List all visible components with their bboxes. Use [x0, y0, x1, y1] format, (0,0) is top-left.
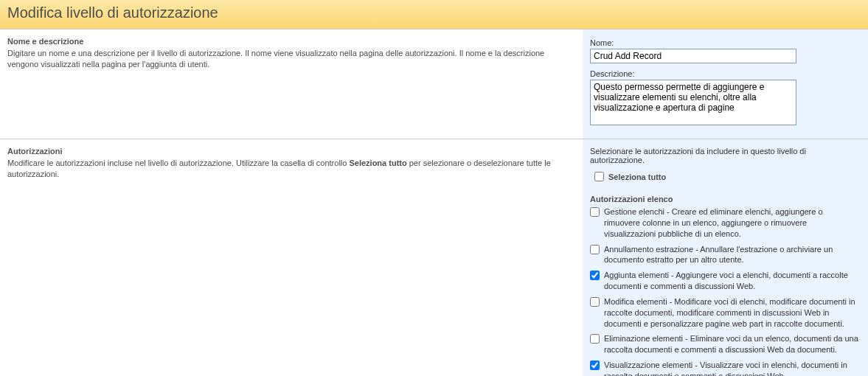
perm-item-text: Gestione elenchi - Creare ed eliminare e…	[604, 206, 859, 240]
section-right-panel: Nome: Descrizione:	[583, 29, 868, 139]
perm-intro-text: Selezionare le autorizzazioni da include…	[590, 147, 859, 164]
perm-item: Modifica elementi - Modificare voci di e…	[590, 296, 859, 330]
name-input[interactable]	[590, 49, 796, 63]
name-section-title: Nome e descrizione	[7, 37, 568, 46]
section-name-description: Nome e descrizione Digitare un nome e un…	[0, 29, 868, 139]
section-permissions: Autorizzazioni Modificare le autorizzazi…	[0, 139, 868, 376]
perm-desc-bold: Seleziona tutto	[349, 159, 406, 167]
perm-item-checkbox[interactable]	[590, 245, 600, 254]
select-all-label: Seleziona tutto	[608, 173, 666, 181]
perm-item: Gestione elenchi - Creare ed eliminare e…	[590, 206, 859, 240]
perm-item-text: Eliminazione elementi - Eliminare voci d…	[604, 333, 859, 355]
perm-section-title: Autorizzazioni	[7, 147, 568, 156]
perm-section-left: Autorizzazioni Modificare le autorizzazi…	[0, 139, 583, 376]
perm-section-desc: Modificare le autorizzazioni incluse nel…	[7, 158, 568, 180]
name-section-desc: Digitare un nome e una descrizione per i…	[7, 48, 568, 70]
perm-group-title: Autorizzazioni elenco	[590, 195, 859, 203]
perm-item: Eliminazione elementi - Eliminare voci d…	[590, 333, 859, 355]
perm-item-text: Aggiunta elementi - Aggiungere voci a el…	[604, 270, 859, 292]
perm-section-right: Selezionare le autorizzazioni da include…	[583, 139, 868, 376]
name-label: Nome:	[590, 38, 859, 47]
page-title: Modifica livello di autorizzazione	[7, 4, 861, 21]
perm-item-checkbox[interactable]	[590, 207, 600, 217]
perm-item-checkbox[interactable]	[590, 334, 600, 344]
perm-item: Annullamento estrazione - Annullare l'es…	[590, 244, 859, 266]
perm-item-text: Visualizzazione elementi - Visualizzare …	[604, 360, 859, 376]
select-all-checkbox[interactable]	[594, 172, 604, 181]
perm-item-text: Annullamento estrazione - Annullare l'es…	[604, 244, 859, 266]
description-label: Descrizione:	[590, 69, 859, 78]
perm-item: Aggiunta elementi - Aggiungere voci a el…	[590, 270, 859, 292]
select-all-row: Seleziona tutto	[594, 172, 859, 181]
description-textarea[interactable]	[590, 80, 796, 125]
section-left-panel: Nome e descrizione Digitare un nome e un…	[0, 29, 583, 139]
perm-item-text: Modifica elementi - Modificare voci di e…	[604, 296, 859, 330]
perm-item-checkbox[interactable]	[590, 271, 600, 280]
page-header: Modifica livello di autorizzazione	[0, 0, 868, 29]
perm-item-checkbox[interactable]	[590, 297, 600, 307]
perm-desc-prefix: Modificare le autorizzazioni incluse nel…	[7, 159, 349, 167]
perm-item-checkbox[interactable]	[590, 361, 600, 370]
perm-item: Visualizzazione elementi - Visualizzare …	[590, 360, 859, 376]
perm-items-container: Gestione elenchi - Creare ed eliminare e…	[590, 206, 859, 376]
